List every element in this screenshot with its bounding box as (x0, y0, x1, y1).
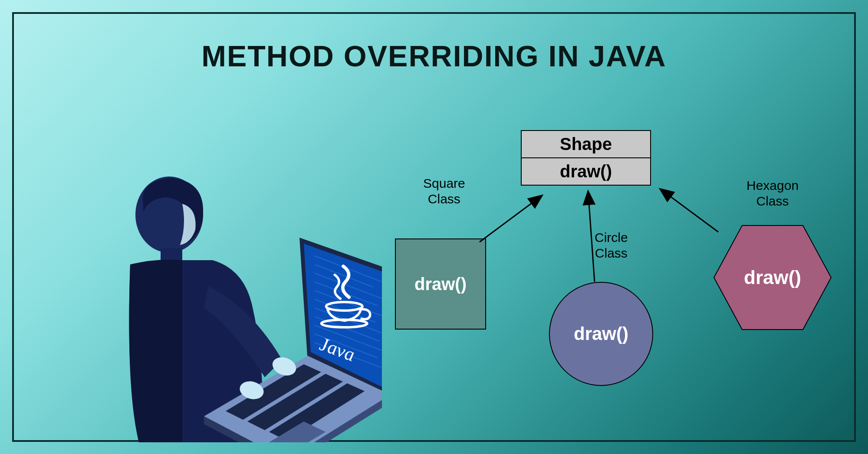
hexagon-class-label: Hexagon Class (746, 178, 799, 209)
square-class-label: Square Class (423, 176, 465, 207)
svg-line-20 (480, 195, 542, 242)
square-subclass: draw() (395, 238, 486, 330)
page-title: METHOD OVERRIDING IN JAVA (201, 39, 666, 73)
svg-point-1 (136, 212, 148, 231)
parent-class-name: Shape (521, 130, 651, 158)
hexagon-subclass: draw() (712, 221, 833, 334)
parent-class-method: draw() (521, 158, 651, 186)
override-diagram: Shape draw() Square Class Circle Class H… (382, 130, 842, 399)
square-method-text: draw() (414, 274, 467, 294)
parent-class-box: Shape draw() (521, 130, 651, 186)
person-illustration: Java (78, 173, 382, 442)
svg-line-21 (588, 191, 595, 282)
svg-line-22 (660, 189, 718, 232)
circle-method-text: draw() (574, 323, 628, 344)
circle-subclass: draw() (549, 282, 653, 386)
circle-class-label: Circle Class (595, 230, 628, 261)
hexagon-method-text: draw() (744, 267, 801, 288)
